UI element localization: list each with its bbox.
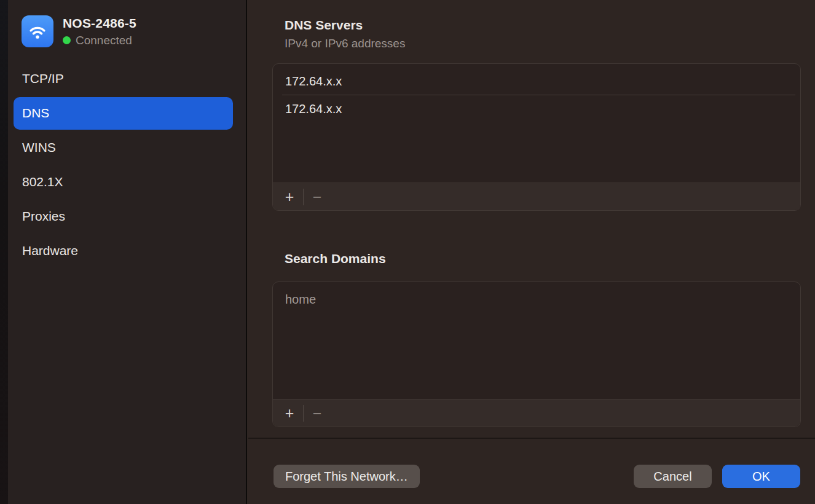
footer-actions: Forget This Network… Cancel OK	[274, 465, 800, 488]
dns-servers-toolbar: + −	[273, 183, 800, 210]
plus-icon: +	[285, 406, 294, 421]
connection-status: Connected	[63, 34, 136, 47]
sidebar-item-8021x[interactable]: 802.1X	[14, 165, 233, 199]
connected-status-label: Connected	[76, 34, 132, 47]
ok-button[interactable]: OK	[722, 465, 800, 488]
connected-status-dot	[63, 36, 71, 44]
dns-servers-subtitle: IPv4 or IPv6 addresses	[285, 37, 405, 50]
search-domain-row[interactable]: home	[273, 286, 800, 313]
search-domains-rows: home	[273, 282, 800, 399]
search-domains-list: home + −	[272, 282, 801, 427]
add-search-domain-button[interactable]: +	[279, 404, 300, 422]
remove-search-domain-button[interactable]: −	[307, 404, 328, 422]
sidebar-item-dns[interactable]: DNS	[14, 97, 233, 130]
search-domains-toolbar: + −	[273, 399, 800, 427]
dns-servers-title: DNS Servers	[285, 18, 363, 33]
search-domain-value: home	[285, 293, 316, 307]
footer-separator	[248, 438, 815, 439]
sidebar-item-proxies[interactable]: Proxies	[14, 199, 233, 234]
sidebar-item-hardware[interactable]: Hardware	[14, 234, 233, 268]
network-name: NOS-2486-5	[63, 16, 136, 31]
minus-icon: −	[313, 406, 322, 421]
toolbar-divider	[303, 189, 304, 205]
network-details-window: NOS-2486-5 Connected TCP/IP DNS WINS 802…	[0, 0, 815, 504]
wifi-icon	[22, 15, 53, 47]
dns-server-row[interactable]: 172.64.x.x	[273, 95, 800, 122]
forget-network-button[interactable]: Forget This Network…	[274, 465, 420, 488]
add-dns-server-button[interactable]: +	[279, 187, 300, 206]
plus-icon: +	[285, 189, 294, 205]
dns-server-value: 172.64.x.x	[285, 102, 342, 116]
minus-icon: −	[313, 189, 322, 205]
dns-servers-list: 172.64.x.x 172.64.x.x + −	[272, 63, 801, 211]
dns-servers-rows: 172.64.x.x 172.64.x.x	[273, 64, 800, 183]
sidebar-item-wins[interactable]: WINS	[14, 130, 233, 165]
search-domains-title: Search Domains	[285, 251, 386, 266]
toolbar-divider	[303, 405, 304, 422]
sidebar: NOS-2486-5 Connected TCP/IP DNS WINS 802…	[8, 0, 247, 504]
sidebar-nav: TCP/IP DNS WINS 802.1X Proxies Hardware	[14, 61, 233, 268]
desktop-edge	[0, 0, 8, 504]
network-meta: NOS-2486-5 Connected	[63, 16, 136, 47]
dns-server-row[interactable]: 172.64.x.x	[273, 68, 800, 95]
remove-dns-server-button[interactable]: −	[307, 187, 328, 206]
dns-panel: DNS Servers IPv4 or IPv6 addresses 172.6…	[248, 0, 815, 504]
cancel-button[interactable]: Cancel	[634, 465, 712, 488]
dns-server-value: 172.64.x.x	[285, 74, 342, 89]
network-header: NOS-2486-5 Connected	[22, 15, 136, 47]
sidebar-item-tcpip[interactable]: TCP/IP	[14, 61, 233, 96]
